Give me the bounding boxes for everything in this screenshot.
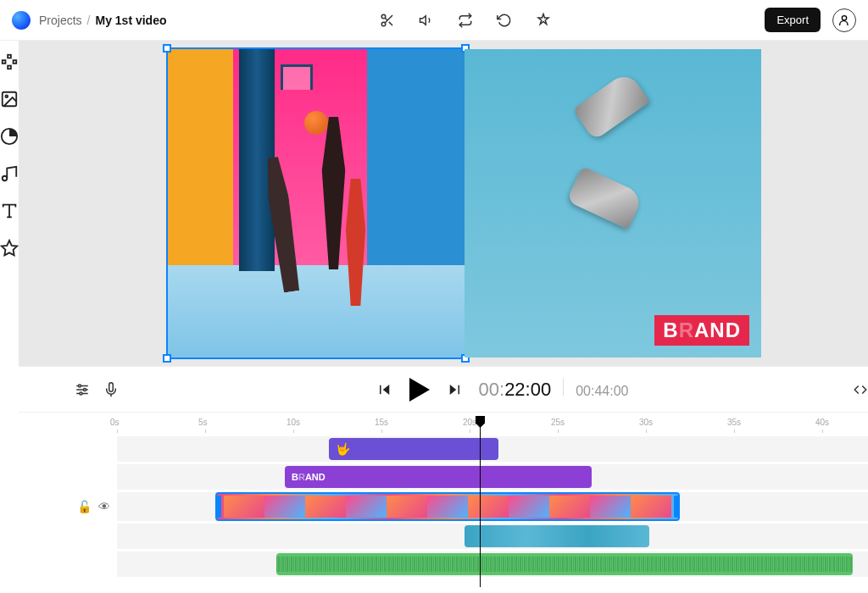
track-row-video-main: 🔓 👁: [76, 492, 868, 521]
track-row-overlay: BRAND: [76, 464, 868, 490]
svg-marker-28: [449, 385, 456, 395]
timeline-clip-broll[interactable]: [465, 525, 649, 547]
app-logo[interactable]: [12, 11, 31, 30]
fit-width-icon[interactable]: [853, 382, 868, 397]
user-icon: [837, 14, 851, 27]
ruler-tick-label: 25s: [551, 418, 565, 427]
breadcrumb: Projects / My 1st video: [39, 14, 167, 27]
account-button[interactable]: [832, 8, 856, 32]
timeline[interactable]: 0s 5s 10s 15s 20s 25s 30s 35s 40s 🤟: [19, 412, 868, 593]
shoe-graphic: [566, 166, 644, 230]
text-tool-icon[interactable]: [0, 202, 19, 220]
svg-marker-5: [420, 15, 426, 25]
layout-tool-icon[interactable]: [0, 53, 19, 71]
timeline-settings-icon[interactable]: [75, 382, 90, 397]
timeline-clip-brand[interactable]: BRAND: [285, 466, 592, 488]
clip-trim-handle-right[interactable]: [674, 496, 679, 518]
play-button[interactable]: [409, 378, 430, 402]
timeline-clip-effect[interactable]: 🤟: [329, 438, 498, 460]
ruler-tick-label: 20s: [463, 418, 476, 427]
time-separator: [563, 379, 564, 396]
svg-rect-9: [3, 60, 6, 64]
svg-point-1: [382, 22, 387, 26]
breadcrumb-root[interactable]: Projects: [39, 14, 82, 27]
refresh-icon[interactable]: [497, 13, 512, 28]
ruler-tick-label: 35s: [727, 418, 741, 427]
ruler-tick-label: 0s: [110, 418, 120, 427]
eye-icon[interactable]: 👁: [98, 500, 110, 513]
svg-line-3: [389, 21, 392, 25]
svg-rect-10: [14, 60, 17, 64]
clip-trim-handle-left[interactable]: [216, 496, 221, 518]
canvas-clip-left[interactable]: [168, 49, 465, 357]
scissors-icon[interactable]: [380, 13, 395, 28]
svg-point-13: [5, 95, 8, 97]
skip-back-icon[interactable]: [377, 382, 392, 397]
svg-point-22: [79, 385, 81, 387]
star-tool-icon[interactable]: [0, 239, 19, 258]
left-toolbar: [0, 41, 19, 593]
timeline-ruler[interactable]: 0s 5s 10s 15s 20s 25s 30s 35s 40s: [19, 418, 868, 436]
ruler-tick-label: 10s: [287, 418, 300, 427]
media-tool-icon[interactable]: [0, 90, 19, 108]
svg-rect-8: [8, 55, 11, 58]
svg-point-0: [382, 14, 387, 19]
track-row-effects: 🤟: [76, 436, 868, 462]
track-row-audio: [76, 551, 868, 577]
skip-forward-icon[interactable]: [447, 382, 462, 397]
lock-icon[interactable]: 🔓: [77, 500, 92, 513]
svg-point-24: [80, 392, 82, 395]
svg-marker-18: [2, 241, 17, 255]
shape-tool-icon[interactable]: [0, 127, 19, 146]
svg-point-23: [84, 388, 86, 391]
timeline-clip-video-selected[interactable]: [215, 492, 680, 521]
svg-marker-26: [382, 385, 389, 395]
track-row-video-b: [76, 524, 868, 549]
brand-watermark: BRAND: [654, 315, 749, 346]
ruler-tick-label: 15s: [375, 418, 388, 427]
music-tool-icon[interactable]: [0, 164, 19, 183]
canvas-clip-right[interactable]: BRAND: [465, 49, 761, 357]
project-name[interactable]: My 1st video: [95, 14, 166, 27]
breadcrumb-separator: /: [87, 14, 91, 27]
playback-bar: 00:22:00 00:44:00: [19, 366, 868, 412]
magic-wand-icon[interactable]: [536, 13, 551, 28]
svg-point-7: [842, 15, 846, 19]
shoe-graphic: [572, 70, 649, 141]
volume-icon[interactable]: [419, 13, 434, 28]
svg-rect-11: [8, 66, 11, 69]
loop-icon[interactable]: [458, 13, 473, 28]
svg-line-4: [386, 18, 388, 20]
timeline-clip-audio[interactable]: [276, 553, 853, 575]
svg-point-15: [3, 176, 8, 181]
ruler-tick-label: 30s: [639, 418, 653, 427]
canvas[interactable]: BRAND: [19, 41, 868, 366]
microphone-icon[interactable]: [103, 382, 119, 397]
time-current-main: 22:00: [504, 379, 551, 400]
time-current-prefix: 00:: [479, 379, 505, 400]
rock-hand-icon: 🤟: [336, 442, 350, 456]
time-display: 00:22:00 00:44:00: [479, 379, 629, 401]
ruler-tick-label: 40s: [815, 418, 829, 427]
export-button[interactable]: Export: [765, 8, 821, 32]
time-total: 00:44:00: [576, 384, 628, 399]
ruler-tick-label: 5s: [198, 418, 208, 427]
svg-marker-6: [538, 14, 548, 24]
